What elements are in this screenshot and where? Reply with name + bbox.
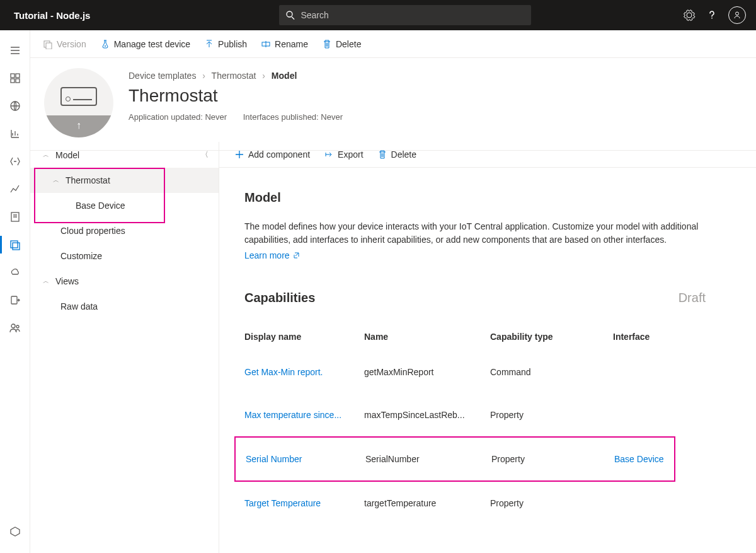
app-title: Tutorial - Node.js [14,10,90,21]
settings-icon[interactable] [683,9,696,21]
search-box[interactable] [279,5,531,25]
help-icon[interactable] [706,9,718,21]
search-input[interactable] [301,10,525,20]
user-avatar[interactable] [728,6,746,24]
search-icon [285,10,295,20]
top-header: Tutorial - Node.js [0,0,756,30]
person-icon [733,11,742,20]
